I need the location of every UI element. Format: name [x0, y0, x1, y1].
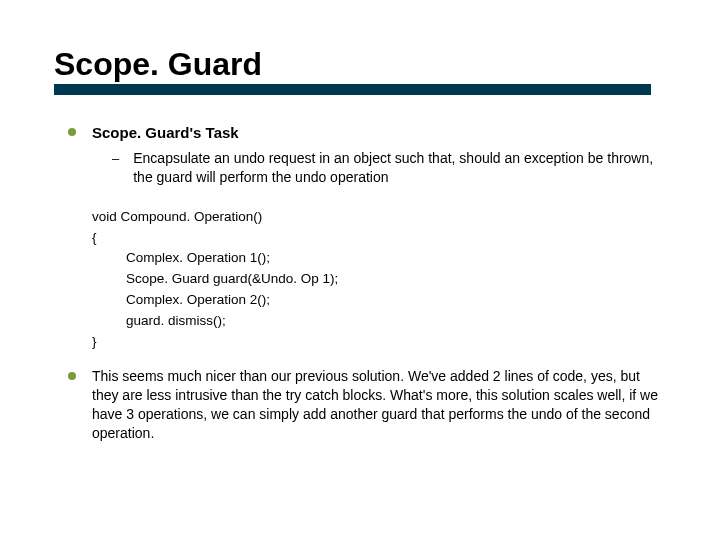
code-line: Complex. Operation 2();	[92, 290, 666, 311]
slide: Scope. Guard Scope. Guard's Task – Encap…	[0, 0, 720, 540]
code-line: Complex. Operation 1();	[92, 248, 666, 269]
code-line: guard. dismiss();	[92, 311, 666, 332]
paragraph-text: This seems much nicer than our previous …	[92, 367, 666, 443]
bullet-icon	[68, 372, 76, 380]
code-block: void Compound. Operation() { Complex. Op…	[92, 207, 666, 353]
paragraph-row: This seems much nicer than our previous …	[68, 367, 666, 443]
bullet-text: Scope. Guard's Task	[92, 123, 239, 143]
title-block: Scope. Guard	[54, 48, 666, 95]
dash-icon: –	[112, 150, 119, 168]
slide-body: Scope. Guard's Task – Encapsulate an und…	[54, 123, 666, 443]
slide-title: Scope. Guard	[54, 48, 666, 82]
bullet-icon	[68, 128, 76, 136]
subbullet-text: Encapsulate an undo request in an object…	[133, 149, 666, 187]
bullet-row: Scope. Guard's Task	[68, 123, 666, 143]
subbullet-row: – Encapsulate an undo request in an obje…	[112, 149, 666, 187]
code-line: {	[92, 228, 666, 249]
code-line: }	[92, 332, 666, 353]
code-line: void Compound. Operation()	[92, 207, 666, 228]
code-line: Scope. Guard guard(&Undo. Op 1);	[92, 269, 666, 290]
title-underline	[54, 84, 651, 95]
